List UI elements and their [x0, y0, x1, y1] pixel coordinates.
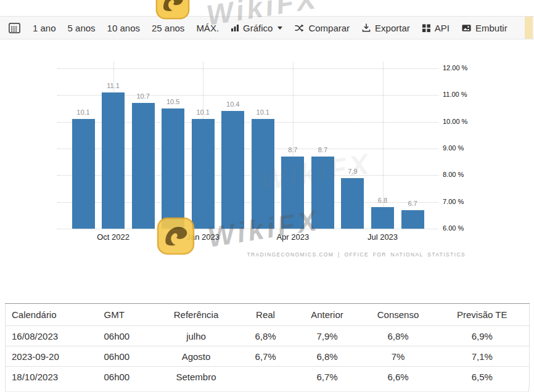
y-axis: 12.00 %11.00 %10.00 %9.00 %8.00 %7.00 %6… [443, 62, 480, 229]
compare-button[interactable]: Comparar [294, 23, 350, 33]
chart-bar[interactable] [132, 103, 155, 229]
column-header: Anterior [294, 304, 361, 326]
x-axis-tick-label: Oct 2022 [86, 232, 141, 242]
y-axis-tick-label: 8.00 % [443, 171, 464, 178]
bar-value-label: 10.4 [215, 100, 252, 108]
h-gridline [57, 229, 438, 229]
bar-value-label: 8.7 [304, 146, 341, 153]
plot-area: 10.111.110.710.510.110.410.18.78.77.96.8… [57, 62, 438, 229]
export-label: Exportar [375, 23, 410, 33]
table-cell: 6,7% [294, 367, 361, 387]
chart-bar[interactable] [252, 119, 274, 229]
chart-bar[interactable] [311, 157, 334, 229]
x-axis-tick-label: Jan 2023 [175, 232, 231, 242]
chevron-down-icon [277, 27, 282, 30]
calendar-button[interactable] [8, 22, 21, 35]
table-cell [238, 367, 294, 387]
y-axis-tick-label: 6.00 % [443, 224, 464, 232]
y-axis-tick-label: 7.00 % [443, 198, 464, 205]
compare-label: Comparar [308, 23, 350, 33]
image-icon [461, 23, 472, 33]
column-header: Real [238, 304, 294, 326]
table-cell: Agosto [155, 346, 238, 367]
chart-type-label: Gráfico [243, 23, 273, 33]
range-label: MÁX. [196, 23, 219, 33]
column-header: Previsão TE [435, 304, 530, 326]
calendar-table: CalendárioGMTReferênciaRealAnteriorConse… [5, 303, 530, 387]
table-cell: 06h00 [93, 326, 155, 346]
embed-button[interactable]: Embutir [461, 23, 507, 33]
table-cell: 6,7% [238, 346, 294, 367]
range-label: 5 anos [68, 23, 96, 33]
h-gridline [57, 68, 438, 69]
bar-value-label: 10.1 [184, 108, 221, 116]
table-cell: 2023-09-20 [6, 346, 93, 367]
x-axis-tick-label: Apr 2023 [265, 232, 321, 242]
bar-value-label: 10.1 [65, 108, 102, 116]
chart-bar[interactable] [281, 157, 304, 229]
x-axis-tick-label: Jul 2023 [355, 232, 411, 242]
table-cell: 7,1% [435, 346, 530, 367]
chart-bar[interactable] [401, 210, 424, 229]
bar-value-label: 11.1 [95, 82, 132, 89]
compare-arrows-icon [294, 23, 305, 33]
range-button-max[interactable]: MÁX. [196, 23, 219, 33]
y-axis-tick-label: 12.00 % [443, 64, 467, 71]
chart-attribution: TRADINGECONOMICS.COM | OFFICE FOR NATION… [185, 251, 466, 258]
api-button[interactable]: API [422, 23, 450, 33]
chart-toolbar: 1 ano 5 anos 10 anos 25 anos MÁX. Gráfic… [0, 16, 534, 39]
chart-bar[interactable] [221, 111, 244, 229]
table-cell: 7,9% [294, 326, 361, 346]
bar-value-label: 10.5 [155, 98, 192, 105]
table-row[interactable]: 18/10/202306h00Setembro6,7%6,6%6,5% [6, 367, 530, 387]
table-row[interactable]: 2023-09-2006h00Agosto6,7%6,8%7%7,1% [6, 346, 530, 367]
download-icon [361, 23, 371, 33]
range-label: 1 ano [33, 23, 56, 33]
range-button-1ano[interactable]: 1 ano [33, 23, 56, 33]
table-cell: julho [155, 326, 238, 346]
bar-value-label: 6.7 [394, 200, 431, 207]
table-cell: 6,9% [435, 326, 530, 346]
table-cell: 18/10/2023 [6, 367, 93, 387]
chart-bar[interactable] [192, 119, 215, 229]
range-button-5anos[interactable]: 5 anos [68, 23, 96, 33]
x-axis: Oct 2022Jan 2023Apr 2023Jul 2023 [57, 232, 438, 242]
column-header: Consenso [361, 304, 435, 326]
table-cell: 6,8% [238, 326, 294, 346]
chart-bar[interactable] [102, 92, 125, 229]
y-axis-tick-label: 9.00 % [443, 144, 464, 152]
column-header: Calendário [6, 304, 93, 326]
embed-label: Embutir [475, 23, 507, 33]
grid-squares-icon [422, 23, 431, 33]
bar-value-label: 10.1 [244, 108, 281, 116]
column-header: GMT [93, 304, 155, 326]
page: 1 ano 5 anos 10 anos 25 anos MÁX. Gráfic… [0, 0, 534, 392]
column-header: Referência [155, 304, 238, 326]
table-header-row: CalendárioGMTReferênciaRealAnteriorConse… [6, 304, 530, 326]
chart-bar[interactable] [341, 178, 364, 229]
range-button-25anos[interactable]: 25 anos [152, 23, 184, 33]
bar-value-label: 7.9 [334, 168, 371, 175]
api-label: API [435, 23, 450, 33]
range-button-10anos[interactable]: 10 anos [107, 23, 140, 33]
chart-bar[interactable] [371, 207, 394, 229]
table-cell: 06h00 [93, 346, 155, 367]
table-cell: 6,8% [361, 326, 435, 346]
bar-chart-icon [231, 23, 239, 32]
table-cell: 6,6% [361, 367, 435, 387]
chart-bar[interactable] [162, 108, 184, 229]
table-row-partial [5, 386, 529, 392]
chart-type-dropdown[interactable]: Gráfico [231, 23, 282, 33]
calendar-icon [8, 22, 21, 35]
table-cell: 6,5% [435, 367, 530, 387]
y-axis-tick-label: 11.00 % [443, 91, 467, 98]
table-cell: Setembro [155, 367, 238, 387]
range-label: 25 anos [152, 23, 184, 33]
table-row[interactable]: 16/08/202306h00julho6,8%7,9%6,8%6,9% [6, 326, 530, 346]
export-button[interactable]: Exportar [361, 23, 410, 33]
range-label: 10 anos [107, 23, 140, 33]
table-cell: 16/08/2023 [6, 326, 93, 346]
chart-bar[interactable] [72, 119, 95, 229]
table-cell: 6,8% [294, 346, 361, 367]
table-cell: 06h00 [93, 367, 155, 387]
